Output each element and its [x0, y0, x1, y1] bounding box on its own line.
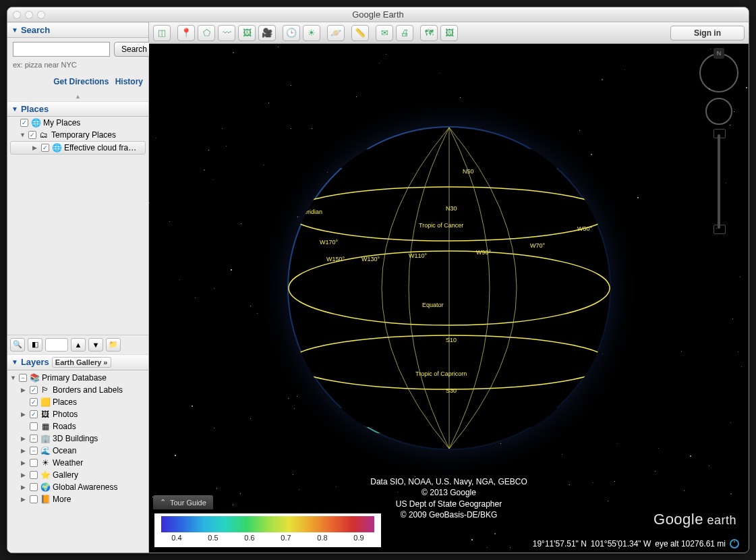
layer-icon: 🏢 — [40, 433, 51, 444]
layer-item[interactable]: ▶🏳Borders and Labels — [7, 384, 148, 396]
globe-viewport[interactable]: Tropic of Cancer Equator Tropic of Capri… — [149, 44, 749, 553]
places-item[interactable]: 🌐 My Places — [7, 117, 148, 129]
places-panel-header[interactable]: Places — [7, 101, 148, 117]
colorbar-gradient — [161, 516, 374, 532]
places-split-icon[interactable]: ◧ — [28, 338, 42, 352]
disclosure-icon[interactable]: ▶ — [32, 144, 39, 151]
svg-text:W50°: W50° — [577, 225, 593, 232]
checkbox[interactable] — [30, 495, 38, 503]
disclosure-icon[interactable]: ▶ — [21, 447, 28, 454]
layer-item[interactable]: ▶⭐Gallery — [7, 469, 148, 481]
svg-text:S30: S30 — [446, 387, 457, 394]
places-item[interactable]: ▶ 🌐 Effective cloud fra… — [10, 141, 146, 155]
record-tour-icon[interactable]: 🎥 — [258, 25, 276, 41]
disclosure-icon[interactable]: ▶ — [21, 411, 28, 418]
svg-text:W70°: W70° — [530, 242, 546, 249]
history-link[interactable]: History — [115, 77, 143, 86]
layer-item[interactable]: ▶🏢3D Buildings — [7, 432, 148, 445]
checkbox[interactable] — [30, 386, 38, 394]
checkbox[interactable] — [19, 374, 27, 382]
places-item[interactable]: ▼ 🗂 Temporary Places — [7, 129, 148, 141]
disclosure-icon[interactable]: ▶ — [21, 484, 28, 491]
checkbox[interactable] — [30, 422, 38, 430]
look-ring[interactable]: N — [699, 53, 738, 92]
layers-panel-header[interactable]: Layers Earth Gallery » — [7, 354, 148, 370]
layer-item[interactable]: ▶🌍Global Awareness — [7, 481, 148, 493]
layer-item[interactable]: ▶📙More — [7, 493, 148, 505]
image-overlay-icon[interactable]: 🖼 — [238, 25, 256, 41]
nav-controls[interactable]: N — [697, 53, 740, 229]
path-icon[interactable]: 〰 — [218, 25, 235, 41]
placemark-icon[interactable]: 📍 — [177, 25, 195, 41]
svg-text:N50: N50 — [463, 168, 474, 175]
layer-item[interactable]: ▶☀Weather — [7, 457, 148, 469]
checkbox[interactable] — [20, 119, 28, 127]
checkbox[interactable] — [30, 483, 38, 491]
disclosure-icon[interactable]: ▼ — [20, 132, 26, 138]
search-input[interactable] — [13, 42, 110, 57]
layer-item[interactable]: ▦Roads — [7, 420, 148, 432]
signin-button[interactable]: Sign in — [670, 26, 745, 40]
layers-tree: ▼📚Primary Database▶🏳Borders and Labels🟨P… — [7, 370, 148, 553]
window-title: Google Earth — [7, 9, 749, 20]
checkbox[interactable] — [30, 398, 38, 406]
layer-item[interactable]: ▶🌊Ocean — [7, 445, 148, 457]
north-button[interactable]: N — [714, 48, 724, 59]
disclosure-icon[interactable]: ▼ — [10, 374, 17, 381]
screenshot-icon[interactable]: 🖼 — [440, 25, 458, 41]
checkbox[interactable] — [30, 459, 38, 467]
globe[interactable]: Tropic of Cancer Equator Tropic of Capri… — [287, 126, 611, 450]
collapse-grip-icon[interactable]: ▲ — [7, 92, 148, 101]
disclosure-icon[interactable]: ▶ — [21, 459, 28, 466]
places-search-icon[interactable]: 🔍 — [10, 338, 25, 352]
svg-text:N30: N30 — [446, 205, 457, 212]
layers-title: Layers — [21, 357, 49, 367]
move-ring[interactable] — [705, 98, 732, 125]
move-down-icon[interactable]: ▼ — [88, 338, 103, 352]
ruler-icon[interactable]: 📏 — [351, 25, 369, 41]
checkbox[interactable] — [30, 410, 38, 418]
earth-gallery-button[interactable]: Earth Gallery » — [52, 357, 111, 368]
sidebar-toggle-icon[interactable]: ◫ — [153, 25, 171, 41]
layer-icon: ☀ — [40, 457, 51, 468]
disclosure-icon[interactable]: ▶ — [21, 472, 28, 478]
database-icon: 📚 — [29, 372, 40, 383]
sun-icon[interactable]: ☀ — [303, 25, 320, 41]
app-window: Google Earth Search Search ex: pizza nea… — [7, 7, 749, 553]
item-label: Photos — [53, 410, 78, 419]
checkbox[interactable] — [41, 144, 49, 152]
places-tree: 🌐 My Places▼ 🗂 Temporary Places▶ 🌐 Effec… — [7, 117, 148, 155]
tick-label: 0.7 — [281, 534, 291, 542]
disclosure-icon[interactable]: ▶ — [21, 435, 28, 442]
layers-root[interactable]: ▼📚Primary Database — [7, 372, 148, 384]
item-label: Gallery — [53, 470, 78, 480]
layer-item[interactable]: 🟨Places — [7, 396, 148, 408]
checkbox[interactable] — [30, 435, 38, 443]
layer-item[interactable]: ▶🖼Photos — [7, 408, 148, 420]
move-up-icon[interactable]: ▲ — [71, 338, 86, 352]
titlebar[interactable]: Google Earth — [7, 7, 749, 22]
clock-icon[interactable]: 🕒 — [283, 25, 300, 41]
opacity-slider[interactable] — [45, 338, 68, 352]
google-earth-logo: Google earth — [653, 511, 736, 528]
layer-icon: ▦ — [40, 421, 51, 432]
disclosure-icon[interactable]: ▶ — [21, 387, 28, 393]
item-label: Weather — [53, 458, 83, 468]
checkbox[interactable] — [30, 471, 38, 479]
print-icon[interactable]: 🖨 — [396, 25, 413, 41]
checkbox[interactable] — [30, 447, 38, 455]
disclosure-icon[interactable]: ▶ — [21, 496, 28, 503]
tour-guide-button[interactable]: ⌃ Tour Guide — [153, 495, 213, 509]
layer-icon: 🌊 — [40, 445, 51, 456]
get-directions-link[interactable]: Get Directions — [53, 77, 109, 86]
planet-icon[interactable]: 🪐 — [327, 25, 345, 41]
folder-icon[interactable]: 📁 — [106, 338, 121, 352]
view-in-maps-icon[interactable]: 🗺 — [420, 25, 438, 41]
email-icon[interactable]: ✉ — [376, 25, 393, 41]
search-panel-header[interactable]: Search — [7, 22, 148, 38]
polygon-icon[interactable]: ⬠ — [198, 25, 215, 41]
places-panel: 🌐 My Places▼ 🗂 Temporary Places▶ 🌐 Effec… — [7, 117, 148, 354]
checkbox[interactable] — [28, 131, 36, 139]
search-panel: Search ex: pizza near NYC Get Directions… — [7, 38, 148, 92]
zoom-slider[interactable] — [718, 134, 720, 229]
